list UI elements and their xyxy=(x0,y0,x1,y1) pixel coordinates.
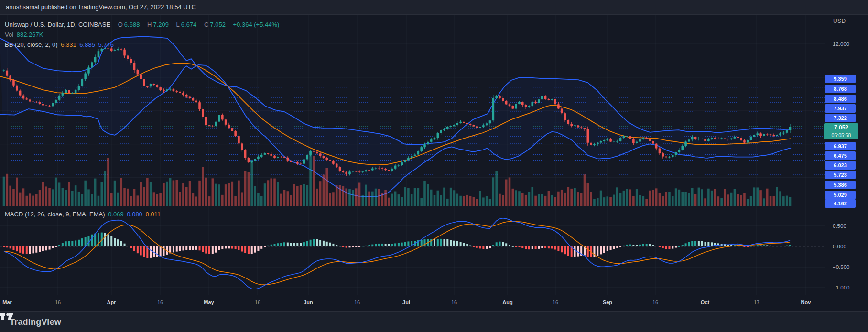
volume-bar xyxy=(100,182,103,206)
time-axis-label: 16 xyxy=(451,300,457,305)
macd-hist-value: 0.069 xyxy=(108,211,124,218)
volume-bar xyxy=(35,194,38,206)
volume-bar xyxy=(309,151,312,206)
macd-histogram-bar xyxy=(323,241,325,246)
volume-bar xyxy=(743,193,746,206)
macd-legend-row[interactable]: MACD (12, 26, close, 9, EMA, EMA) 0.069 … xyxy=(5,211,162,218)
candlestick xyxy=(381,168,383,169)
macd-histogram-bar xyxy=(760,246,762,246)
volume-bar xyxy=(525,195,527,206)
volume-bar xyxy=(140,182,142,206)
candlestick xyxy=(407,158,410,160)
macd-histogram-bar xyxy=(782,246,784,246)
macd-histogram-bar xyxy=(613,246,615,249)
macd-histogram-bar xyxy=(753,246,755,246)
candlestick xyxy=(365,170,367,171)
price-axis-top-label: 12.000 xyxy=(833,41,849,47)
volume-bar xyxy=(629,189,631,206)
chart-canvas[interactable] xyxy=(0,0,868,332)
macd-histogram-bar xyxy=(649,244,651,246)
macd-histogram-bar xyxy=(160,246,162,257)
macd-histogram-bar xyxy=(52,246,54,248)
macd-histogram-bar xyxy=(551,246,553,248)
volume-bar xyxy=(753,187,756,206)
volume-bar xyxy=(659,193,661,206)
macd-histogram-bar xyxy=(450,240,452,246)
macd-histogram-bar xyxy=(434,239,435,246)
volume-bar xyxy=(557,192,560,206)
macd-histogram-bar xyxy=(682,245,684,246)
volume-bar xyxy=(316,189,318,206)
candlestick xyxy=(319,153,322,156)
bb-legend-row[interactable]: BB (20, close, 2, 0) 6.331 6.885 5.776 xyxy=(5,41,115,48)
macd-histogram-bar xyxy=(535,246,537,249)
macd-histogram-bar xyxy=(283,242,285,246)
volume-bar xyxy=(169,178,172,206)
macd-histogram-bar xyxy=(218,246,220,250)
volume-bar xyxy=(182,183,184,206)
candlestick xyxy=(616,141,618,141)
volume-bar xyxy=(456,194,458,206)
volume-bar xyxy=(694,194,697,206)
candlestick xyxy=(434,138,436,140)
candlestick xyxy=(22,96,25,99)
macd-histogram-bar xyxy=(3,246,5,247)
candlestick xyxy=(603,140,606,141)
macd-histogram-bar xyxy=(564,246,566,254)
macd-histogram-bar xyxy=(212,246,214,254)
volume-bar xyxy=(642,196,645,206)
candlestick xyxy=(173,89,175,91)
volume-bar xyxy=(117,193,119,206)
volume-bar xyxy=(384,190,387,206)
macd-histogram-bar xyxy=(619,246,621,247)
volume-bar xyxy=(554,197,556,206)
candlestick xyxy=(684,142,687,146)
time-axis-label: 16 xyxy=(157,300,163,305)
time-axis-label: 16 xyxy=(553,300,558,305)
candlestick xyxy=(300,163,302,164)
macd-histogram-bar xyxy=(271,245,272,246)
volume-bar xyxy=(423,181,426,206)
macd-histogram-bar xyxy=(685,243,687,246)
macd-histogram-bar xyxy=(75,240,76,246)
tradingview-wordmark[interactable]: TradingView xyxy=(10,317,61,327)
volume-bar xyxy=(446,199,449,206)
macd-histogram-bar xyxy=(489,246,491,248)
candlestick xyxy=(3,70,5,71)
macd-histogram-bar xyxy=(143,246,145,257)
candlestick xyxy=(100,49,103,51)
volume-bar xyxy=(603,197,606,206)
candlestick xyxy=(375,168,377,168)
macd-histogram-bar xyxy=(626,245,628,246)
price-level-badge: 6.023 xyxy=(825,161,856,170)
macd-histogram-bar xyxy=(332,244,334,246)
symbol-legend-row[interactable]: Uniswap / U.S. Dollar, 1D, COINBASE O6.6… xyxy=(5,21,281,28)
candlestick xyxy=(782,133,785,134)
price-level-badge: 8.768 xyxy=(825,85,856,93)
volume-bar xyxy=(371,192,374,206)
volume-bar xyxy=(362,195,364,206)
candlestick xyxy=(267,153,270,154)
volume-bar xyxy=(398,194,400,206)
tradingview-logo-icon[interactable] xyxy=(0,312,14,321)
macd-histogram-bar xyxy=(394,243,396,246)
volume-legend-row[interactable]: Vol 882.267K xyxy=(5,31,44,38)
candlestick xyxy=(401,162,403,165)
volume-bar xyxy=(639,195,641,206)
volume-bar xyxy=(381,193,383,206)
volume-bar xyxy=(91,194,93,206)
candlestick xyxy=(760,133,762,136)
macd-histogram-bar xyxy=(42,246,44,251)
chart-stage[interactable]: Uniswap / U.S. Dollar, 1D, COINBASE O6.6… xyxy=(0,0,868,332)
macd-histogram-bar xyxy=(789,245,791,246)
candlestick xyxy=(577,125,579,127)
candlestick xyxy=(231,128,234,131)
time-axis-label: 16 xyxy=(354,300,360,305)
macd-histogram-bar xyxy=(133,246,135,251)
candlestick xyxy=(398,165,400,165)
volume-bar xyxy=(698,188,700,206)
macd-histogram-bar xyxy=(378,244,380,246)
volume-bar xyxy=(267,180,270,206)
candlestick xyxy=(639,139,641,141)
price-level-badge: 6.937 xyxy=(825,142,856,150)
